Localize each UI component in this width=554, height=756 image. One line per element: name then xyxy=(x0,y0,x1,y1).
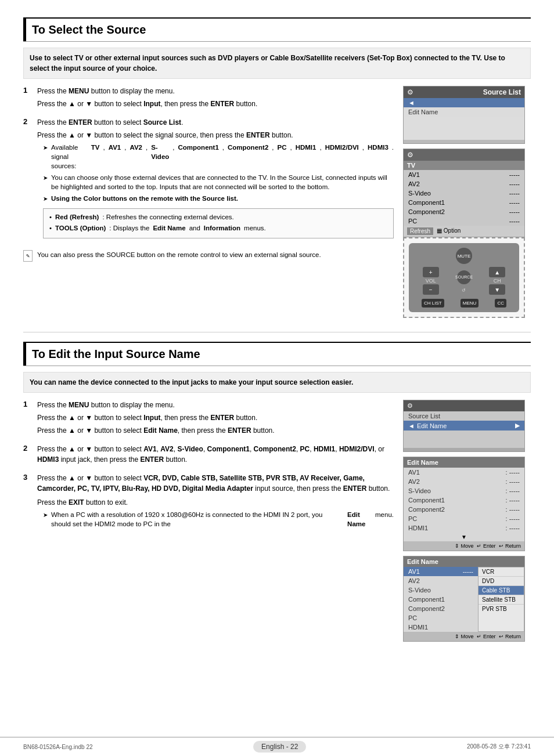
bottom-right-text: 2008-05-28 오후 7:23:41 xyxy=(467,743,531,751)
screen-edit-dropdown: Edit Name AV1----- AV2 S-Video Component… xyxy=(403,556,525,642)
page-number: English - 22 xyxy=(253,741,306,753)
screen-tv-gear-icon: ⚙ xyxy=(407,151,413,159)
step-2-2-num: 2 xyxy=(23,444,33,467)
section-1-intro: Use to select TV or other external input… xyxy=(23,48,531,79)
screen-edit-top: ⚙ Source List ◄Edit Name▶ xyxy=(403,400,525,452)
tv-row-comp2: Component2----- xyxy=(404,207,524,216)
edit-dd-av2: AV2 xyxy=(404,576,478,585)
step-2-1-content: Press the MENU button to display the men… xyxy=(37,400,394,438)
section-bar-2 xyxy=(23,343,26,366)
section-2-right: ⚙ Source List ◄Edit Name▶ xyxy=(403,400,531,646)
section-2: To Edit the Input Source Name You can na… xyxy=(23,342,531,646)
note-box-1: Red (Refresh): Refreshes the connecting … xyxy=(43,208,394,239)
screen-edit-dd-body: AV1----- AV2 S-Video Component1 Componen… xyxy=(404,567,524,632)
edit-dd-av1: AV1----- xyxy=(404,567,478,576)
source-note-text: You can also press the SOURCE button on … xyxy=(37,250,321,259)
section-1-right: ⚙ Source List ◄ Edit Name xyxy=(403,86,531,323)
remote: MUTE + VOL − SOURC xyxy=(409,243,519,312)
step-1-2-content: Press the ENTER button to select Source … xyxy=(37,117,394,243)
footer2-return: ↩ Return xyxy=(499,634,521,639)
tv-refresh-btn: Refresh xyxy=(407,227,433,235)
footer2-move: ⇕ Move xyxy=(455,634,474,639)
remote-container: MUTE + VOL − SOURC xyxy=(403,237,525,318)
step-1-2: 2 Press the ENTER button to select Sourc… xyxy=(23,117,394,243)
screen-source-list: ⚙ Source List ◄ Edit Name xyxy=(403,86,525,144)
edit-dd-comp1: Component1 xyxy=(404,595,478,604)
dd-satellite-stb: Satellite STB xyxy=(479,595,524,605)
screen-tv-body: TV AV1----- AV2----- S-Video----- Compon… xyxy=(404,161,524,226)
screen-sl-title: Source List xyxy=(483,88,521,96)
step-2-1-num: 1 xyxy=(23,400,33,438)
edit-dd-comp2: Component2 xyxy=(404,604,478,613)
vol-up-button[interactable]: + xyxy=(423,267,439,277)
screen-sl-header: ⚙ Source List xyxy=(404,86,524,98)
screen-tv-source: ⚙ TV AV1----- AV2----- S-Video----- Comp… xyxy=(403,149,525,237)
screen-edit-top-body: Source List ◄Edit Name▶ xyxy=(404,411,524,451)
screen-sl-body: ◄ Edit Name xyxy=(404,98,524,140)
mute-button[interactable]: MUTE xyxy=(456,248,472,264)
cc-button[interactable]: CC xyxy=(495,299,506,308)
ch-list-button[interactable]: CH LIST xyxy=(422,299,444,308)
screen-edit-dd-header: Edit Name xyxy=(404,556,524,567)
ch-group: ▲ CH ▼ xyxy=(489,266,505,295)
step-2-3: 3 Press the ▲ or ▼ button to select VCR,… xyxy=(23,473,394,531)
source-label: SOURCE xyxy=(455,275,473,279)
edit-dd-svideo: S-Video xyxy=(404,585,478,595)
section-1-left: 1 Press the MENU button to display the m… xyxy=(23,86,394,323)
dd-vcr: VCR xyxy=(479,567,524,577)
note-red: Red (Refresh): Refreshes the connecting … xyxy=(49,212,387,222)
tv-row-svideo: S-Video----- xyxy=(404,189,524,198)
step-2-3-num: 3 xyxy=(23,473,33,531)
tv-row-av1: AV1----- xyxy=(404,170,524,179)
edit-row-av1: AV1: ----- xyxy=(404,468,524,477)
screen-edit-source-list-item: Source List xyxy=(404,411,524,421)
edit-row-hdmi1: HDMI1: ----- xyxy=(404,523,524,533)
ch-down-button[interactable]: ▼ xyxy=(489,284,505,295)
ch-up-button[interactable]: ▲ xyxy=(489,267,505,277)
screen-edit-list-body: AV1: ----- AV2: ----- S-Video: ----- Com… xyxy=(404,468,524,541)
section-bar-1 xyxy=(23,19,26,41)
screen-edit-edit-name-item: ◄Edit Name▶ xyxy=(404,421,524,431)
section-2-header: To Edit the Input Source Name xyxy=(23,342,531,366)
dd-pvr-stb: PVR STB xyxy=(479,605,524,613)
footer-move: ⇕ Move xyxy=(455,543,474,549)
tv-row-av2: AV2----- xyxy=(404,179,524,189)
arrow-1: Available signal sources: TV, AV1, AV2, … xyxy=(43,143,394,171)
screen-edit-dd-footer: ⇕ Move ↵ Enter ↩ Return xyxy=(404,632,524,641)
screen-tv-section: TV xyxy=(404,161,524,170)
tv-row-pc: PC----- xyxy=(404,216,524,226)
step-1-1-content: Press the MENU button to display the men… xyxy=(37,86,394,111)
tv-option-label: ▦ Option xyxy=(437,227,461,235)
dropdown-options: VCR DVD Cable STB Satellite STB PVR STB xyxy=(478,567,524,632)
step-2-2-content: Press the ▲ or ▼ button to select AV1, A… xyxy=(37,444,394,467)
screen-edit-dd-left: AV1----- AV2 S-Video Component1 Componen… xyxy=(404,567,478,632)
section-2-intro: You can name the device connected to the… xyxy=(23,372,531,393)
vol-down-button[interactable]: − xyxy=(423,284,439,295)
screen-edit-list-header: Edit Name xyxy=(404,457,524,468)
screen-edit-list-footer: ⇕ Move ↵ Enter ↩ Return xyxy=(404,541,524,551)
source-button[interactable]: SOURCE xyxy=(457,270,471,284)
source-icon: ↺ xyxy=(462,288,466,293)
remote-bottom-row: CH LIST MENU CC xyxy=(413,299,515,308)
vol-group: + VOL − xyxy=(423,266,439,295)
step-2-2: 2 Press the ▲ or ▼ button to select AV1,… xyxy=(23,444,394,467)
step-2-1: 1 Press the MENU button to display the m… xyxy=(23,400,394,438)
screen-sl-item-edit: Edit Name xyxy=(404,107,524,117)
edit-row-comp1: Component1: ----- xyxy=(404,495,524,505)
edit-row-svideo: S-Video: ----- xyxy=(404,486,524,495)
footer-return: ↩ Return xyxy=(499,543,521,549)
tv-row-comp1: Component1----- xyxy=(404,198,524,207)
edit-row-comp2: Component2: ----- xyxy=(404,505,524,514)
mute-label: MUTE xyxy=(458,254,471,259)
source-group: SOURCE ↺ xyxy=(457,269,471,293)
section-2-title: To Edit the Input Source Name xyxy=(32,343,200,366)
screen-sl-item-source: ◄ xyxy=(404,98,524,107)
menu-button[interactable]: MENU xyxy=(461,299,479,308)
screen-edit-list: Edit Name AV1: ----- AV2: ----- S-Video:… xyxy=(403,457,525,551)
step-1-1-num: 1 xyxy=(23,86,33,111)
ch-label: CH xyxy=(494,278,501,284)
step-1-2-num: 2 xyxy=(23,117,33,243)
step-2-3-content: Press the ▲ or ▼ button to select VCR, D… xyxy=(37,473,394,531)
section-1-content: 1 Press the MENU button to display the m… xyxy=(23,86,531,323)
edit-row-av2: AV2: ----- xyxy=(404,477,524,486)
